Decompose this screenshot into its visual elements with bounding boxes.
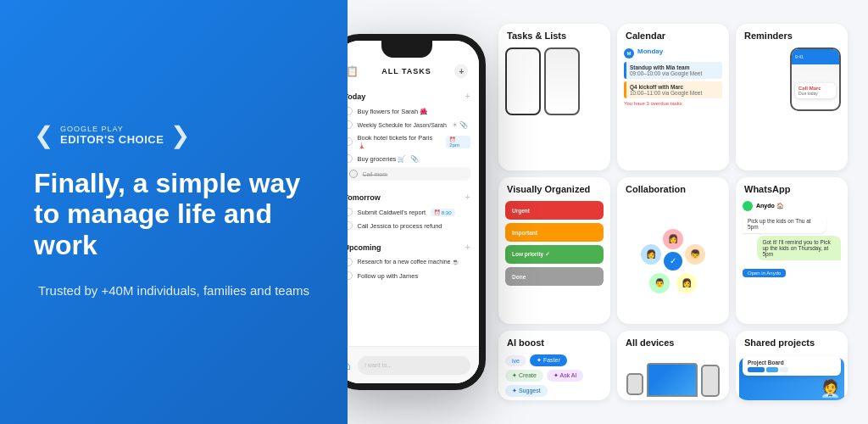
reminders-title: Reminders — [736, 24, 848, 44]
avatar-container: 👩 👦 👩 👨 👩 ✓ — [639, 227, 707, 295]
calendar-icon: M — [624, 48, 634, 59]
avatar-5: 👩 — [639, 243, 663, 266]
task-checkbox[interactable] — [348, 154, 353, 163]
task-item: Research for a new coffee machine ☕ — [348, 255, 470, 269]
completed-task: Call mom — [348, 167, 470, 181]
wa-message-2: Got it! I'll remind you to Pick up the k… — [757, 236, 841, 260]
reminders-content: 9:41 Call Marc Due today — [736, 44, 848, 170]
add-task-icon[interactable]: + — [454, 64, 468, 78]
task-checkbox[interactable] — [349, 170, 358, 178]
task-item: Submit Caldwell's report ⏰ 8:30 — [348, 205, 470, 219]
all-devices-card: All devices — [617, 331, 729, 400]
badge-text: GOOGLE PLAY EDITOR'S CHOICE — [60, 125, 164, 146]
tasks-lists-title: Tasks & Lists — [498, 24, 610, 44]
main-headline: Finally, a simple way to manage life and… — [34, 168, 314, 261]
tomorrow-section: Tomorrow + Submit Caldwell's report ⏰ 8:… — [348, 184, 479, 234]
reminder-phone-top: 9:41 — [792, 49, 839, 64]
visually-organized-title: Visually Organized — [498, 177, 610, 198]
today-add-icon[interactable]: + — [465, 92, 470, 101]
tomorrow-add-icon[interactable]: + — [465, 192, 470, 202]
task-checkbox[interactable] — [348, 258, 353, 266]
task-tag: ⏰ 8:30 — [431, 209, 454, 216]
calendar-event-1: Standup with Mia team 09:00–10:00 via Go… — [624, 62, 722, 79]
important-bar: Important — [505, 223, 604, 242]
collaboration-content: 👩 👦 👩 👨 👩 ✓ — [617, 198, 729, 324]
done-bar: Done — [505, 267, 604, 286]
task-icons: ☀ 📎 — [452, 121, 468, 129]
left-panel: ❮ GOOGLE PLAY EDITOR'S CHOICE ❯ Finally,… — [0, 0, 348, 424]
ai-pill-suggest: ✦ Suggest — [505, 385, 548, 397]
task-item: Buy flowers for Sarah 🌺 — [348, 104, 470, 118]
wa-open-button[interactable]: Open in Anydo — [743, 269, 786, 277]
center-icon: ✓ — [664, 252, 682, 271]
search-pill[interactable]: I want to... — [358, 356, 470, 375]
shared-projects-content: Project Board 🧑‍💼 — [736, 351, 848, 400]
task-checkbox[interactable] — [348, 208, 353, 216]
task-item: Book hotel tickets for Paris 🗼 ⏰ 2pm — [348, 131, 470, 152]
urgent-bar: Urgent — [505, 201, 604, 220]
task-icons: 📎 — [410, 155, 419, 163]
phone-bottom-bar: ⌂ I want to... — [348, 346, 479, 383]
calendar-content: M Monday Standup with Mia team 09:00–10:… — [617, 44, 729, 170]
upcoming-add-icon[interactable]: + — [465, 243, 470, 252]
board-bar-3 — [780, 367, 788, 372]
task-tag: ⏰ 2pm — [446, 136, 470, 148]
board-bar-1 — [748, 367, 765, 372]
ai-boost-card: AI boost ive ✦ Faster ✦ Create ✦ Ask AI … — [498, 331, 610, 400]
subtext: Trusted by +40M individuals, families an… — [34, 282, 314, 301]
editor-badge: ❮ GOOGLE PLAY EDITOR'S CHOICE ❯ — [34, 124, 190, 148]
right-panel: 📋 ALL TASKS + Today + Buy flowers for Sa… — [348, 0, 868, 424]
home-icon[interactable]: ⌂ — [348, 359, 351, 372]
phone-notch — [381, 41, 432, 58]
shared-board-1: Project Board — [743, 356, 841, 376]
task-checkbox[interactable] — [348, 137, 353, 146]
mini-phone-2 — [544, 47, 580, 115]
ai-boost-content: ive ✦ Faster ✦ Create ✦ Ask AI ✦ Suggest — [498, 351, 610, 400]
avatar-4: 👨 — [648, 271, 671, 295]
task-item: Follow up with James — [348, 269, 470, 282]
task-item: Buy groceries 🛒 📎 — [348, 152, 470, 165]
collaboration-card: Collaboration 👩 👦 👩 👨 👩 ✓ — [617, 177, 729, 324]
editors-choice-label: EDITOR'S CHOICE — [60, 133, 164, 146]
calendar-title: Calendar — [617, 24, 729, 44]
laptop-screen — [648, 365, 696, 395]
device-watch — [626, 373, 643, 395]
task-checkbox[interactable] — [348, 271, 353, 280]
task-checkbox[interactable] — [348, 120, 353, 129]
shared-projects-card: Shared projects Project Board 🧑‍💼 — [736, 331, 848, 400]
calendar-event-2: Q4 kickoff with Marc 10:00–11:00 via Goo… — [624, 81, 722, 98]
low-priority-bar: Low priority ✓ — [505, 245, 604, 264]
task-item: Weekly Schedule for Jason/Sarah ☀ 📎 — [348, 118, 470, 131]
collaboration-title: Collaboration — [617, 177, 729, 198]
tomorrow-header: Tomorrow + — [348, 192, 470, 202]
tasks-lists-content — [498, 44, 610, 170]
calendar-overdue-badge: You have 3 overdue tasks — [624, 101, 722, 106]
today-section: Today + Buy flowers for Sarah 🌺 Weekly S… — [348, 83, 479, 184]
board-bar-2 — [766, 367, 778, 372]
task-checkbox[interactable] — [348, 107, 353, 115]
calendar-day: Monday — [637, 47, 663, 55]
phone-device: 📋 ALL TASKS + Today + Buy flowers for Sa… — [348, 34, 486, 390]
reminder-phone-mockup: 9:41 Call Marc Due today — [790, 47, 841, 111]
ai-pill-faster: ✦ Faster — [530, 354, 567, 366]
reminder-notification: Call Marc Due today — [795, 83, 836, 98]
all-devices-content — [617, 351, 729, 400]
shared-projects-title: Shared projects — [736, 331, 848, 351]
avatar-3: 👩 — [675, 271, 698, 295]
task-checkbox[interactable] — [348, 221, 353, 230]
mini-phone-1 — [505, 47, 541, 115]
feature-grid: Tasks & Lists Calendar M Monday Standup … — [492, 17, 854, 407]
ai-pill-create: ✦ Create — [505, 370, 543, 382]
ai-pill-ask: ✦ Ask AI — [547, 370, 583, 382]
ai-pill-ive: ive — [505, 355, 526, 366]
phone-screen: 📋 ALL TASKS + Today + Buy flowers for Sa… — [348, 41, 479, 383]
whatsapp-card: WhatsApp Anydo 🏠 Pick up the kids on Thu… — [736, 177, 848, 324]
task-item: Call Jessica to process refund — [348, 219, 470, 232]
calendar-card: Calendar M Monday Standup with Mia team … — [617, 24, 729, 170]
avatar-2: 👦 — [683, 243, 707, 266]
device-phone-sm — [701, 365, 720, 397]
avatar-1: 👩 — [661, 227, 685, 251]
whatsapp-title: WhatsApp — [736, 177, 848, 198]
tasks-lists-card: Tasks & Lists — [498, 24, 610, 170]
device-laptop — [647, 363, 698, 397]
